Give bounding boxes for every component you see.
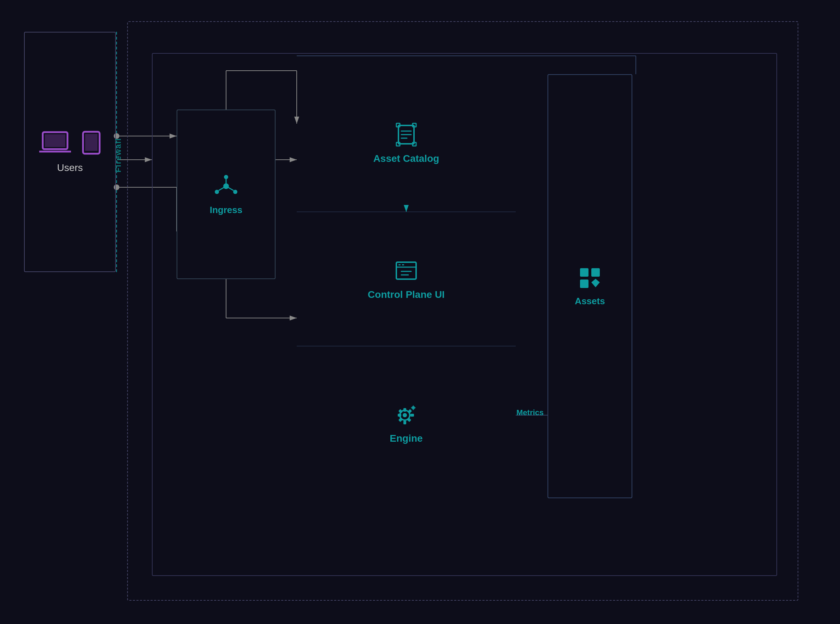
ingress-label: Ingress xyxy=(210,205,243,216)
svg-rect-50 xyxy=(404,408,406,412)
svg-rect-56 xyxy=(398,418,403,422)
engine-section: Engine xyxy=(297,346,516,498)
users-icons xyxy=(39,130,101,155)
assets-icon xyxy=(578,266,602,290)
svg-point-30 xyxy=(215,190,219,194)
firewall-label: Firewall xyxy=(114,138,123,172)
control-plane-ui-icon xyxy=(393,258,419,283)
svg-point-49 xyxy=(403,413,407,417)
diagram-container: Users Firewall Ingress xyxy=(0,0,840,624)
svg-rect-62 xyxy=(580,268,589,276)
asset-catalog-section: Asset Catalog xyxy=(297,74,516,212)
metrics-label: Metrics xyxy=(516,408,544,417)
ingress-box: Ingress xyxy=(177,110,276,279)
svg-rect-63 xyxy=(591,268,600,276)
engine-label: Engine xyxy=(390,433,422,444)
users-label: Users xyxy=(57,162,83,173)
tablet-icon xyxy=(82,130,101,155)
asset-catalog-label: Asset Catalog xyxy=(373,153,439,164)
svg-rect-21 xyxy=(45,134,65,147)
laptop-icon xyxy=(39,130,71,155)
asset-catalog-icon xyxy=(393,122,419,147)
svg-rect-47 xyxy=(402,264,404,266)
svg-rect-54 xyxy=(398,409,403,414)
svg-rect-52 xyxy=(398,414,401,417)
svg-point-28 xyxy=(224,175,228,179)
svg-rect-51 xyxy=(404,421,406,424)
assets-box: Assets xyxy=(547,74,632,498)
svg-point-29 xyxy=(233,190,237,194)
users-box: Users xyxy=(24,32,116,272)
svg-rect-57 xyxy=(408,409,412,414)
svg-marker-65 xyxy=(591,279,600,287)
svg-rect-25 xyxy=(85,134,97,151)
svg-rect-53 xyxy=(410,414,414,417)
control-plane-ui-section: Control Plane UI xyxy=(297,212,516,346)
svg-rect-55 xyxy=(407,418,412,422)
assets-label: Assets xyxy=(575,296,605,307)
control-plane-ui-label: Control Plane UI xyxy=(368,289,445,300)
ingress-icon xyxy=(213,173,239,199)
engine-icon xyxy=(393,400,420,427)
svg-rect-64 xyxy=(580,280,589,288)
svg-rect-46 xyxy=(398,264,401,266)
